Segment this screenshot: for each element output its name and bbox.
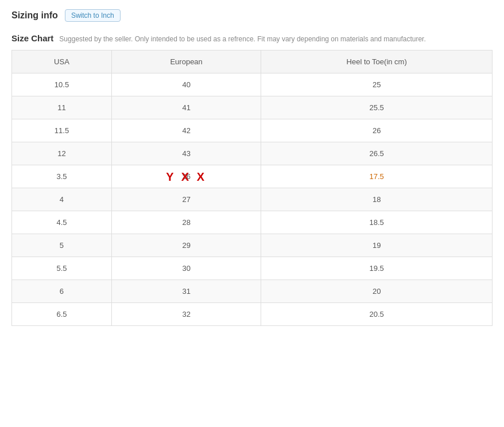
table-header-row: USA European Heel to Toe(in cm) xyxy=(12,51,493,73)
sizing-title: Sizing info xyxy=(11,10,58,21)
size-chart-header: Size Chart Suggested by the seller. Only… xyxy=(11,33,493,43)
size-chart-title: Size Chart xyxy=(11,33,53,43)
cell-european: 43 xyxy=(111,142,261,165)
cell-european: 29 xyxy=(111,234,261,257)
cell-heel-to-toe: 25.5 xyxy=(261,96,493,119)
cell-european: 32 xyxy=(111,303,261,326)
cell-usa: 11.5 xyxy=(12,119,112,142)
cell-european: 27 xyxy=(111,188,261,211)
cell-heel-to-toe: 20.5 xyxy=(261,303,493,326)
table-row: 10.54025 xyxy=(12,73,493,96)
cell-usa: 10.5 xyxy=(12,73,112,96)
table-row: 42718 xyxy=(12,188,493,211)
cell-usa: 5 xyxy=(12,234,112,257)
column-header-heel-to-toe: Heel to Toe(in cm) xyxy=(261,51,493,73)
size-table: USA European Heel to Toe(in cm) 10.54025… xyxy=(11,50,493,326)
table-row: 11.54226 xyxy=(12,119,493,142)
cell-usa: 4.5 xyxy=(12,211,112,234)
table-row: 52919 xyxy=(12,234,493,257)
table-row: 5.53019.5 xyxy=(12,257,493,280)
cell-heel-to-toe: 18 xyxy=(261,188,493,211)
cell-european: 28 xyxy=(111,211,261,234)
cell-usa: 6 xyxy=(12,280,112,303)
cell-heel-to-toe: 26 xyxy=(261,119,493,142)
cell-heel-to-toe: 18.5 xyxy=(261,211,493,234)
table-row: 6.53220.5 xyxy=(12,303,493,326)
cell-european: 26Y X X xyxy=(111,165,261,188)
cell-heel-to-toe: 26.5 xyxy=(261,142,493,165)
cell-usa: 11 xyxy=(12,96,112,119)
table-row: 3.526Y X X17.5 xyxy=(12,165,493,188)
table-row: 4.52818.5 xyxy=(12,211,493,234)
cell-european: 42 xyxy=(111,119,261,142)
table-row: 114125.5 xyxy=(12,96,493,119)
cell-heel-to-toe: 19.5 xyxy=(261,257,493,280)
sizing-header: Sizing info Switch to Inch xyxy=(11,9,493,22)
cell-usa: 3.5 xyxy=(12,165,112,188)
cell-european: 40 xyxy=(111,73,261,96)
table-row: 124326.5 xyxy=(12,142,493,165)
cell-usa: 12 xyxy=(12,142,112,165)
column-header-european: European xyxy=(111,51,261,73)
table-row: 63120 xyxy=(12,280,493,303)
cell-european: 30 xyxy=(111,257,261,280)
cell-usa: 4 xyxy=(12,188,112,211)
cell-european: 41 xyxy=(111,96,261,119)
overlay-text: Y X X xyxy=(166,170,207,183)
cell-heel-to-toe: 17.5 xyxy=(261,165,493,188)
column-header-usa: USA xyxy=(12,51,112,73)
cell-heel-to-toe: 19 xyxy=(261,234,493,257)
size-chart-note: Suggested by the seller. Only intended t… xyxy=(59,35,425,43)
switch-to-inch-button[interactable]: Switch to Inch xyxy=(65,9,121,22)
cell-heel-to-toe: 20 xyxy=(261,280,493,303)
cell-usa: 6.5 xyxy=(12,303,112,326)
cell-usa: 5.5 xyxy=(12,257,112,280)
cell-heel-to-toe: 25 xyxy=(261,73,493,96)
cell-european: 31 xyxy=(111,280,261,303)
